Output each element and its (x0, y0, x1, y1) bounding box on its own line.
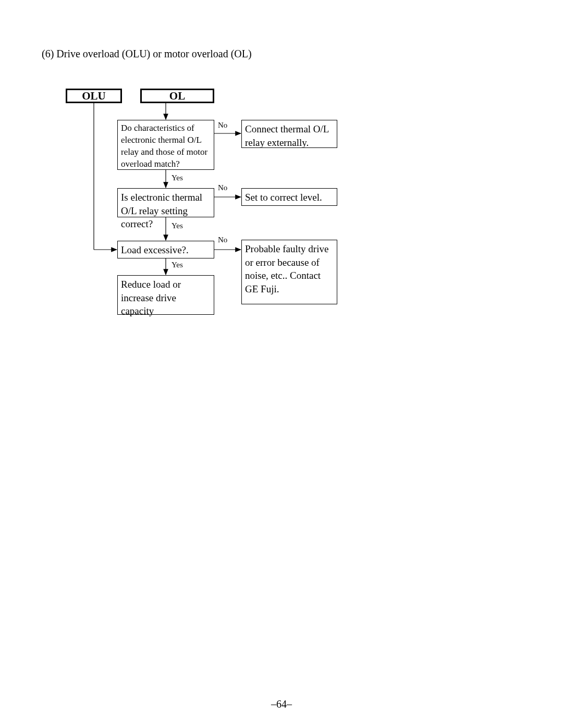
page-number: –64– (0, 698, 563, 710)
connectors (0, 0, 563, 521)
flowchart: OLU OL Do characteristics of electronic … (0, 0, 563, 521)
